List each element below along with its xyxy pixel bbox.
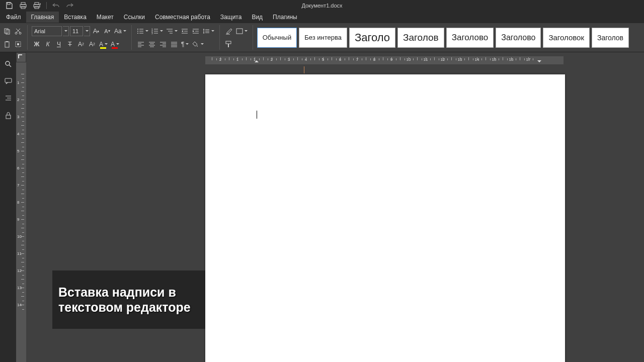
subscript-button[interactable]: A2 (87, 39, 97, 49)
select-all-icon[interactable] (13, 39, 23, 49)
borders-button[interactable] (235, 26, 249, 36)
tab-references[interactable]: Ссылки (119, 12, 150, 23)
strike-button[interactable]: Т (65, 39, 75, 49)
cut-icon[interactable] (13, 26, 23, 36)
copy-icon[interactable] (2, 26, 12, 36)
tab-home[interactable]: Главная (26, 12, 59, 23)
document-title: Документ1.docx (0, 3, 644, 9)
multilevel-button[interactable] (165, 26, 179, 36)
svg-rect-1 (21, 3, 25, 5)
decrease-indent-icon[interactable] (180, 26, 190, 36)
style-heading5[interactable]: Заголовок (543, 28, 590, 48)
align-center-icon[interactable] (147, 39, 157, 49)
svg-point-15 (137, 29, 138, 30)
svg-rect-14 (17, 43, 19, 45)
font-name-select[interactable]: Arial (32, 26, 62, 36)
fontcolor-swatch (112, 47, 118, 49)
caption-overlay: Вставка надписи в текстовом редакторе (52, 270, 205, 329)
bold-button[interactable]: Ж (32, 39, 42, 49)
tab-plugins[interactable]: Плагины (268, 12, 302, 23)
italic-button[interactable]: К (43, 39, 53, 49)
undo-icon[interactable] (49, 0, 63, 11)
separator (131, 25, 132, 50)
search-icon[interactable] (0, 55, 16, 72)
svg-point-19 (137, 33, 138, 34)
clear-format-icon[interactable] (224, 26, 234, 36)
change-case-button[interactable]: Aa (113, 26, 127, 36)
style-heading6[interactable]: Заголов (592, 28, 629, 48)
separator (46, 2, 47, 9)
ribbon: Arial 11 A▴ A▾ Aa Ж К Ч Т A2 A2 A A 123 (0, 23, 644, 52)
highlight-button[interactable]: A (98, 39, 109, 49)
style-heading2[interactable]: Заголов (397, 28, 444, 48)
tab-file[interactable]: Файл (1, 12, 26, 23)
style-gallery: Обычный Без интерва Заголо Заголов Загол… (255, 23, 644, 52)
left-sidebar (0, 52, 16, 362)
font-name-dropdown[interactable] (63, 26, 69, 36)
bullets-button[interactable] (136, 26, 149, 36)
svg-rect-4 (35, 3, 39, 5)
separator (219, 25, 220, 50)
ruler-corner[interactable] (16, 52, 26, 62)
separator (27, 25, 28, 50)
save-icon[interactable] (2, 0, 16, 11)
separator (253, 25, 253, 50)
style-heading3[interactable]: Заголово (446, 28, 494, 48)
font-size-dropdown[interactable] (84, 26, 90, 36)
vertical-ruler[interactable]: 1234567891011121314 (16, 62, 26, 362)
style-heading1[interactable]: Заголо (349, 28, 395, 48)
svg-point-60 (6, 61, 10, 65)
nonprinting-button[interactable]: ¶ (180, 39, 190, 49)
comments-icon[interactable] (0, 72, 16, 89)
svg-rect-58 (226, 41, 231, 44)
align-right-icon[interactable] (158, 39, 168, 49)
text-caret (257, 111, 257, 119)
underline-button[interactable]: Ч (54, 39, 64, 49)
document-page[interactable] (205, 74, 565, 362)
style-no-spacing[interactable]: Без интерва (299, 28, 347, 48)
style-normal[interactable]: Обычный (257, 28, 297, 48)
increase-indent-icon[interactable] (191, 26, 201, 36)
tab-layout[interactable]: Макет (92, 12, 119, 23)
increase-font-icon[interactable]: A▴ (91, 26, 101, 36)
style-heading4[interactable]: Заголово (496, 28, 541, 48)
font-size-select[interactable]: 11 (70, 26, 83, 36)
clipboard-group (0, 23, 25, 52)
quick-print-icon[interactable] (30, 0, 44, 11)
svg-rect-11 (5, 42, 9, 47)
format-painter-icon[interactable] (224, 39, 234, 49)
cursor-column-guide (304, 66, 304, 73)
horizontal-ruler[interactable]: 211234567891011121314151617 (205, 56, 564, 64)
svg-line-61 (9, 65, 11, 67)
paste-icon[interactable] (2, 39, 12, 49)
align-left-icon[interactable] (136, 39, 146, 49)
quick-access-bar: Документ1.docx (0, 0, 644, 11)
paragraph-group: 123 ¶ (134, 23, 217, 52)
svg-rect-66 (6, 115, 11, 119)
lock-icon[interactable] (0, 107, 16, 124)
numbering-button[interactable]: 123 (150, 26, 164, 36)
tab-insert[interactable]: Вставка (59, 12, 92, 23)
menu-bar: Файл Главная Вставка Макет Ссылки Совмес… (0, 11, 644, 23)
line-spacing-button[interactable] (202, 26, 215, 36)
tab-collab[interactable]: Совместная работа (150, 12, 215, 23)
tab-view[interactable]: Вид (247, 12, 268, 23)
highlight-swatch (100, 47, 106, 49)
decrease-font-icon[interactable]: A▾ (102, 26, 112, 36)
justify-icon[interactable] (169, 39, 179, 49)
superscript-button[interactable]: A2 (76, 39, 86, 49)
redo-icon[interactable] (63, 0, 77, 11)
svg-rect-62 (5, 78, 12, 82)
tab-protect[interactable]: Защита (215, 12, 247, 23)
clear-group (222, 23, 251, 52)
caption-text: Вставка надписи в текстовом редакторе (58, 285, 199, 315)
svg-rect-12 (6, 41, 8, 42)
right-indent-marker[interactable] (537, 60, 541, 64)
headings-icon[interactable] (0, 89, 16, 107)
font-color-button[interactable]: A (110, 39, 120, 49)
shading-button[interactable] (191, 39, 205, 49)
svg-rect-57 (236, 29, 243, 34)
svg-text:3: 3 (151, 32, 153, 34)
print-icon[interactable] (16, 0, 30, 11)
font-group: Arial 11 A▴ A▾ Aa Ж К Ч Т A2 A2 A A (30, 23, 129, 52)
